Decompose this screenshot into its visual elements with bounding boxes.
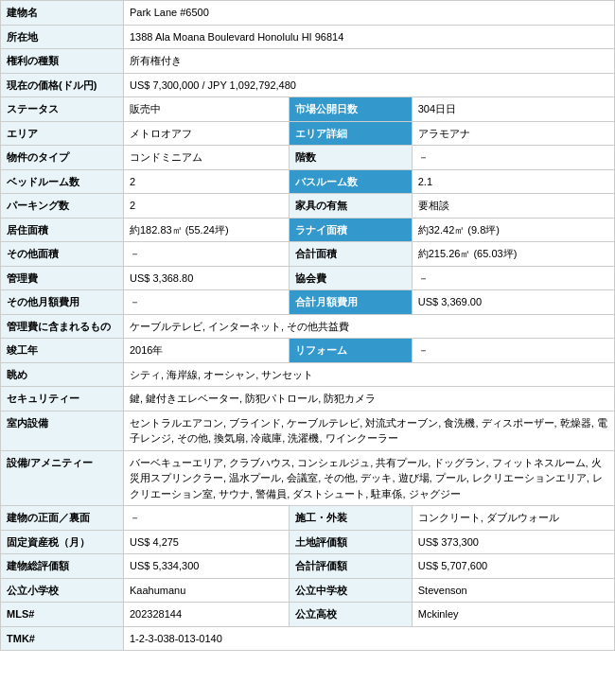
row-label-18: 設備/アメニティー: [1, 450, 124, 506]
row-label-3: 現在の価格(ドル円): [1, 73, 124, 97]
row-label1-4: ステータス: [1, 97, 124, 122]
row-label-17: 室内設備: [1, 411, 124, 450]
row-label-1: 所在地: [1, 25, 124, 49]
row-value1-19: －: [124, 506, 290, 531]
row-value1-11: US$ 3,368.80: [124, 266, 290, 290]
row-label1-10: その他面積: [1, 242, 124, 267]
row-label1-8: パーキング数: [1, 194, 124, 219]
row-label-16: セキュリティー: [1, 387, 124, 411]
row-value1-12: －: [124, 290, 290, 315]
row-label2-12: 合計月額費用: [289, 290, 412, 315]
row-label1-19: 建物の正面／裏面: [1, 506, 124, 531]
row-value2-14: －: [412, 339, 614, 363]
row-value1-23: 202328144: [124, 603, 290, 627]
row-value1-8: 2: [124, 194, 290, 219]
row-value2-4: 304日日: [412, 97, 614, 122]
row-value2-21: US$ 5,707,600: [412, 554, 614, 579]
row-label1-9: 居住面積: [1, 218, 124, 242]
row-label2-23: 公立高校: [289, 603, 412, 627]
row-label2-6: 階数: [289, 146, 412, 170]
row-label2-21: 合計評価額: [289, 554, 412, 579]
row-label1-14: 竣工年: [1, 339, 124, 363]
row-value-1: 1388 Ala Moana Boulevard Honolulu HI 968…: [124, 25, 615, 49]
row-label1-22: 公立小学校: [1, 578, 124, 603]
row-label2-8: 家具の有無: [289, 194, 412, 219]
row-label2-22: 公立中学校: [289, 578, 412, 603]
row-value-24: 1-2-3-038-013-0140: [124, 626, 615, 651]
row-value1-7: 2: [124, 169, 290, 194]
row-value2-9: 約32.42㎡ (9.8坪): [412, 218, 614, 242]
row-label1-6: 物件のタイプ: [1, 146, 124, 170]
row-label2-7: バスルーム数: [289, 169, 412, 194]
row-label2-9: ラナイ面積: [289, 218, 412, 242]
row-label2-4: 市場公開日数: [289, 97, 412, 122]
row-label-2: 権利の種類: [1, 49, 124, 74]
row-label-15: 眺め: [1, 362, 124, 387]
row-label1-23: MLS#: [1, 603, 124, 627]
row-value2-23: Mckinley: [412, 603, 614, 627]
row-value2-6: －: [412, 146, 614, 170]
row-value2-19: コンクリート, ダブルウォール: [412, 506, 614, 531]
row-value1-9: 約182.83㎡ (55.24坪): [124, 218, 290, 242]
row-label2-20: 土地評価額: [289, 530, 412, 554]
row-value-3: US$ 7,300,000 / JPY 1,092,792,480: [124, 73, 615, 97]
row-value2-20: US$ 373,300: [412, 530, 614, 554]
row-value2-12: US$ 3,369.00: [412, 290, 614, 315]
row-value2-22: Stevenson: [412, 578, 614, 603]
row-value2-8: 要相談: [412, 194, 614, 219]
row-value1-4: 販売中: [124, 97, 290, 122]
row-value-15: シティ, 海岸線, オーシャン, サンセット: [124, 362, 615, 387]
row-value1-20: US$ 4,275: [124, 530, 290, 554]
row-label-24: TMK#: [1, 626, 124, 651]
row-label2-10: 合計面積: [289, 242, 412, 267]
row-value1-10: －: [124, 242, 290, 267]
row-label2-5: エリア詳細: [289, 121, 412, 146]
row-value2-10: 約215.26㎡ (65.03坪): [412, 242, 614, 267]
row-value1-5: メトロオアフ: [124, 121, 290, 146]
row-label1-5: エリア: [1, 121, 124, 146]
row-label1-7: ベッドルーム数: [1, 169, 124, 194]
row-value-2: 所有権付き: [124, 49, 615, 74]
row-value1-14: 2016年: [124, 339, 290, 363]
row-value1-22: Kaahumanu: [124, 578, 290, 603]
row-label1-12: その他月額費用: [1, 290, 124, 315]
row-label1-20: 固定資産税（月）: [1, 530, 124, 554]
row-value-16: 鍵, 鍵付きエレベーター, 防犯パトロール, 防犯カメラ: [124, 387, 615, 411]
row-label1-21: 建物総評価額: [1, 554, 124, 579]
row-value2-5: アラモアナ: [412, 121, 614, 146]
row-label-13: 管理費に含まれるもの: [1, 314, 124, 339]
property-table: 建物名Park Lane #6500所在地1388 Ala Moana Boul…: [0, 0, 615, 651]
row-value1-21: US$ 5,334,300: [124, 554, 290, 579]
row-value-17: セントラルエアコン, ブラインド, ケーブルテレビ, 対流式オーブン, 食洗機,…: [124, 411, 615, 450]
row-label2-19: 施工・外装: [289, 506, 412, 531]
row-value1-6: コンドミニアム: [124, 146, 290, 170]
row-value2-11: －: [412, 266, 614, 290]
row-label2-14: リフォーム: [289, 339, 412, 363]
row-label-0: 建物名: [1, 1, 124, 26]
row-label2-11: 協会費: [289, 266, 412, 290]
row-label1-11: 管理費: [1, 266, 124, 290]
row-value-0: Park Lane #6500: [124, 1, 615, 26]
row-value-18: バーベキューエリア, クラブハウス, コンシェルジュ, 共有プール, ドッグラン…: [124, 450, 615, 506]
row-value2-7: 2.1: [412, 169, 614, 194]
row-value-13: ケーブルテレビ, インターネット, その他共益費: [124, 314, 615, 339]
